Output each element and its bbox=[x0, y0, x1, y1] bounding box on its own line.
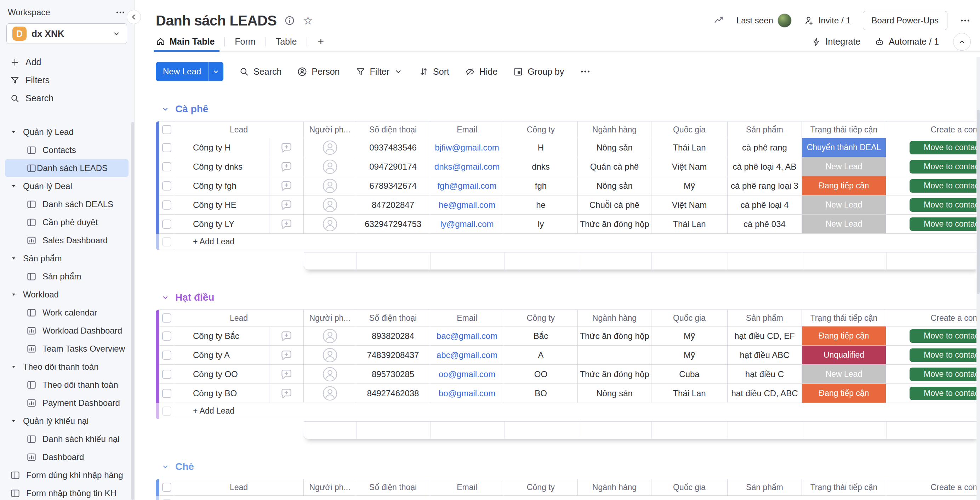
lead-name[interactable]: Công ty LY bbox=[174, 215, 269, 233]
start-conversation-icon[interactable] bbox=[269, 157, 304, 176]
group-title[interactable]: Cà phê bbox=[161, 104, 980, 115]
sidebar-item[interactable]: Form dùng khi nhập hàng bbox=[0, 466, 134, 484]
sidebar-item[interactable]: Form nhập thông tin KH bbox=[0, 484, 134, 500]
row-checkbox[interactable] bbox=[162, 220, 171, 229]
activity-icon[interactable] bbox=[714, 15, 724, 26]
column-header-lead[interactable]: Lead bbox=[174, 121, 304, 138]
industry-cell[interactable]: Nông sản bbox=[578, 384, 651, 403]
assignee-cell[interactable] bbox=[304, 176, 356, 196]
country-cell[interactable]: Mỹ bbox=[651, 176, 727, 196]
email-cell[interactable]: fgh@gmail.com bbox=[430, 176, 504, 196]
new-lead-button[interactable]: New Lead bbox=[156, 62, 223, 81]
email-cell[interactable]: oo@gmail.com bbox=[430, 365, 504, 384]
column-header[interactable]: Ngành hàng bbox=[578, 309, 651, 326]
company-cell[interactable]: he bbox=[504, 196, 578, 215]
lead-cell[interactable]: Công ty H bbox=[174, 138, 304, 157]
lead-name[interactable]: Công ty A bbox=[174, 346, 269, 365]
add-view-button[interactable]: + bbox=[318, 36, 324, 48]
sidebar-menu-add[interactable]: Add bbox=[0, 53, 134, 71]
invite-button[interactable]: Invite / 1 bbox=[804, 15, 851, 26]
column-header[interactable]: Sản phẩm bbox=[727, 479, 802, 496]
column-header[interactable]: Quốc gia bbox=[651, 309, 727, 326]
lead-name[interactable]: Công ty fgh bbox=[174, 176, 269, 195]
sidebar-item[interactable]: Danh sách LEADS bbox=[5, 159, 129, 177]
toolbar-more-dots-icon[interactable] bbox=[579, 66, 591, 77]
group-title[interactable]: Hạt điều bbox=[161, 292, 980, 303]
email-cell[interactable]: he@gmail.com bbox=[430, 196, 504, 215]
sidebar-item[interactable]: Dashboard bbox=[0, 448, 134, 466]
board-menu-dots-icon[interactable] bbox=[959, 15, 971, 26]
column-header[interactable]: Ngành hàng bbox=[578, 121, 651, 138]
country-cell[interactable]: Thái Lan bbox=[651, 138, 727, 157]
add-lead-cell[interactable]: + Add Lead bbox=[174, 403, 980, 419]
column-header[interactable]: Create a contact bbox=[886, 121, 980, 138]
country-cell[interactable]: Thái Lan bbox=[651, 215, 727, 234]
industry-cell[interactable]: Nông sản bbox=[578, 138, 651, 157]
move-to-contact-button[interactable]: Move to contact bbox=[910, 179, 980, 193]
checkbox-cell[interactable] bbox=[159, 309, 174, 326]
product-cell[interactable]: hạt điều CD, EF bbox=[727, 326, 802, 346]
sidebar-item[interactable]: Sản phẩm bbox=[0, 268, 134, 285]
industry-cell[interactable] bbox=[578, 346, 651, 365]
column-header[interactable]: Người ph... bbox=[304, 479, 356, 496]
phone-cell[interactable]: 893820284 bbox=[356, 326, 430, 346]
group-collapse-icon[interactable] bbox=[161, 293, 170, 302]
status-chip[interactable]: Unqualified bbox=[802, 346, 886, 365]
company-cell[interactable]: H bbox=[504, 138, 578, 157]
status-chip[interactable]: New Lead bbox=[802, 157, 886, 176]
product-cell[interactable]: cà phê 034 bbox=[727, 215, 802, 234]
product-cell[interactable]: cà phê rang bbox=[727, 138, 802, 157]
email-cell[interactable]: abc@gmail.com bbox=[430, 346, 504, 365]
sidebar-menu-search[interactable]: Search bbox=[0, 89, 134, 107]
status-chip[interactable]: Đang tiếp cận bbox=[802, 384, 886, 403]
start-conversation-icon[interactable] bbox=[269, 196, 304, 214]
assignee-cell[interactable] bbox=[304, 346, 356, 365]
select-all-checkbox[interactable] bbox=[162, 314, 171, 323]
lead-cell[interactable]: Công ty Bắc bbox=[174, 326, 304, 346]
sidebar-scrollbar[interactable] bbox=[131, 122, 134, 500]
checkbox-cell[interactable] bbox=[159, 138, 174, 157]
company-cell[interactable]: BO bbox=[504, 384, 578, 403]
column-header[interactable]: Công ty bbox=[504, 309, 578, 326]
start-conversation-icon[interactable] bbox=[269, 346, 304, 365]
sort-button[interactable]: Sort bbox=[418, 67, 449, 77]
column-header[interactable]: Email bbox=[430, 479, 504, 496]
checkbox-cell[interactable] bbox=[159, 346, 174, 365]
company-cell[interactable]: ly bbox=[504, 215, 578, 234]
move-to-contact-button[interactable]: Move to contact bbox=[910, 387, 980, 400]
checkbox-cell[interactable] bbox=[159, 384, 174, 403]
status-chip[interactable]: New Lead bbox=[802, 365, 886, 384]
sidebar-item[interactable]: Team Tasks Overview bbox=[0, 339, 134, 358]
row-checkbox[interactable] bbox=[162, 389, 171, 398]
column-header[interactable]: Công ty bbox=[504, 121, 578, 138]
group-collapse-icon[interactable] bbox=[161, 462, 170, 471]
column-header[interactable]: Số điện thoại bbox=[356, 309, 430, 326]
lead-cell[interactable]: Công ty LY bbox=[174, 215, 304, 234]
industry-cell[interactable]: Chuỗi cà phê bbox=[578, 196, 651, 215]
company-cell[interactable]: A bbox=[504, 346, 578, 365]
lead-name[interactable]: Công ty Bắc bbox=[174, 326, 269, 345]
checkbox-cell[interactable] bbox=[159, 176, 174, 196]
add-lead-button[interactable]: + Add Lead bbox=[193, 406, 234, 416]
company-cell[interactable]: fgh bbox=[504, 176, 578, 196]
lead-cell[interactable]: Công ty fgh bbox=[174, 176, 304, 196]
sidebar-item[interactable]: Contacts bbox=[0, 141, 134, 159]
lead-name[interactable]: Công ty BO bbox=[174, 384, 269, 403]
select-all-checkbox[interactable] bbox=[162, 482, 171, 492]
sidebar-collapse-button[interactable] bbox=[127, 10, 141, 24]
assignee-cell[interactable] bbox=[304, 384, 356, 403]
product-cell[interactable]: cà phê loại 4, AB bbox=[727, 157, 802, 176]
phone-cell[interactable]: 895730285 bbox=[356, 365, 430, 384]
sidebar-group[interactable]: Theo dõi thanh toán bbox=[0, 358, 134, 376]
lead-name[interactable]: Công ty dnks bbox=[174, 157, 269, 176]
checkbox-cell[interactable] bbox=[159, 479, 174, 496]
status-chip[interactable]: Đang tiếp cận bbox=[802, 176, 886, 196]
column-header[interactable]: Số điện thoại bbox=[356, 479, 430, 496]
assignee-cell[interactable] bbox=[304, 326, 356, 346]
sidebar-item[interactable]: Payment Dashboard bbox=[0, 394, 134, 412]
phone-cell[interactable]: 632947294753 bbox=[356, 215, 430, 234]
sidebar-item[interactable]: Danh sách khiếu nại bbox=[0, 430, 134, 448]
automate-button[interactable]: Automate / 1 bbox=[875, 37, 939, 47]
product-cell[interactable]: hạt điều CD, ABC bbox=[727, 384, 802, 403]
industry-cell[interactable]: Nông sản bbox=[578, 176, 651, 196]
